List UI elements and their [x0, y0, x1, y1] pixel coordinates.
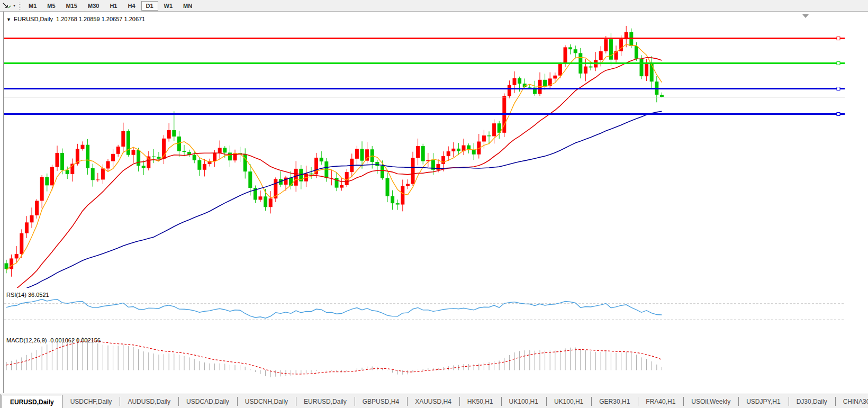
candle-body [116, 147, 120, 154]
candle-body [50, 167, 54, 186]
macd-signal-line [6, 341, 662, 374]
chart-shift-marker[interactable] [802, 14, 809, 18]
candle-body [421, 146, 425, 161]
candle-body [81, 145, 85, 149]
mt4-window: ▾ M1M5M15M30H1H4D1W1MN ▼EURUSD,Daily 1.2… [0, 0, 868, 408]
candle-body [152, 157, 156, 157]
candle-body [568, 47, 572, 49]
candle-body [558, 64, 562, 76]
candle-body [543, 80, 547, 86]
macd-label: MACD(12,26,9) -0.001062 0.002156 [6, 337, 101, 343]
candle-body [223, 148, 227, 152]
candle-body [360, 149, 364, 160]
candle-body [197, 160, 201, 170]
candle-body [111, 154, 115, 161]
candle-body [56, 153, 59, 167]
candle-body [91, 168, 95, 180]
candle-body [635, 46, 638, 59]
candle-body [294, 169, 298, 186]
candle-body [406, 184, 410, 186]
chart-ohlc-values: 1.20768 1.20859 1.20657 1.20671 [56, 16, 145, 22]
candle-body [30, 215, 34, 222]
candle-body [375, 162, 379, 166]
candle-body [324, 161, 328, 178]
candle-body [121, 131, 125, 147]
tabs-host: EURUSD,DailyUSDCHF,DailyAUDUSD,DailyUSDC… [2, 394, 868, 408]
candle-body [411, 158, 415, 184]
candle-body [183, 151, 186, 152]
candle-body [35, 201, 39, 215]
chart-symbol-period: EURUSD,Daily [14, 16, 53, 22]
candle-body [40, 177, 44, 201]
chart-collapse-icon[interactable]: ▼ [6, 17, 11, 22]
candle-body [106, 161, 110, 169]
candle-body [45, 177, 49, 186]
chart-tab-eurusd-daily[interactable]: EURUSD,Daily [296, 394, 355, 408]
chart-tab-china300-h1[interactable]: CHINA300,H1 [835, 394, 868, 408]
chart-tab-bar: EURUSD,DailyUSDCHF,DailyAUDUSD,DailyUSDC… [0, 394, 868, 408]
candle-body [20, 233, 23, 254]
line-handle[interactable] [837, 113, 840, 116]
chart-tab-uk100-h1[interactable]: UK100,H1 [501, 394, 546, 408]
candle-body [487, 135, 491, 136]
candle-body [365, 149, 369, 160]
candle-body [416, 146, 420, 158]
chart-tab-gbpusd-h4[interactable]: GBPUSD,H4 [355, 394, 407, 408]
chart-tab-eurusd-daily[interactable]: EURUSD,Daily [2, 395, 62, 408]
chart-tab-uk100-h1[interactable]: UK100,H1 [546, 394, 591, 408]
candle-body [5, 263, 8, 269]
chart-tab-fra40-h1[interactable]: FRA40,H1 [638, 394, 683, 408]
candle-body [10, 258, 13, 269]
chart-tab-usdjpy-h1[interactable]: USDJPY,H1 [738, 394, 788, 408]
chart-tab-usdcad-daily[interactable]: USDCAD,Daily [178, 394, 237, 408]
candle-body [86, 145, 89, 168]
main-price-pane[interactable] [4, 26, 845, 294]
macd-pane[interactable] [6, 337, 662, 377]
rsi-line [6, 300, 662, 319]
candle-body [441, 156, 445, 164]
line-handle[interactable] [837, 87, 840, 90]
candle-body [218, 148, 222, 153]
candle-body [137, 150, 140, 166]
candle-body [640, 59, 644, 76]
candle-body [264, 196, 267, 207]
candle-body [193, 155, 196, 160]
chart-canvas[interactable] [0, 0, 868, 408]
candle-body [355, 149, 359, 159]
candle-body [401, 186, 404, 205]
rsi-pane[interactable] [4, 300, 845, 320]
line-handle[interactable] [837, 62, 840, 65]
candle-body [451, 149, 455, 151]
candle-body [386, 178, 390, 196]
chart-tab-audusd-daily[interactable]: AUDUSD,Daily [120, 394, 178, 408]
candle-body [66, 170, 69, 174]
candle-body [101, 168, 105, 179]
chart-tab-dj30-daily[interactable]: DJ30,Daily [789, 394, 835, 408]
chart-tab-usdchf-daily[interactable]: USDCHF,Daily [62, 394, 120, 408]
candle-body [457, 149, 460, 151]
tab-bar-edge [0, 394, 1, 408]
candle-body [564, 47, 567, 64]
candle-body [213, 153, 216, 161]
candle-body [660, 95, 664, 97]
ma-60-line [6, 111, 662, 294]
candle-body [15, 254, 19, 259]
line-handle[interactable] [837, 37, 840, 40]
candle-body [584, 67, 587, 74]
chart-tab-hk50-h1[interactable]: HK50,H1 [459, 394, 501, 408]
candle-body [25, 222, 29, 233]
chart-tab-ger30-h1[interactable]: GER30,H1 [591, 394, 638, 408]
chart-tab-usdcnh-daily[interactable]: USDCNH,Daily [237, 394, 296, 408]
chart-tab-xauusd-h4[interactable]: XAUUSD,H4 [407, 394, 459, 408]
candle-body [604, 39, 608, 51]
candle-body [172, 130, 176, 137]
candle-body [508, 85, 511, 96]
candle-body [645, 62, 648, 76]
candle-body [340, 185, 343, 188]
chart-tab-usoil-weekly[interactable]: USOil,Weekly [683, 394, 738, 408]
candle-body [310, 174, 313, 174]
candle-body [248, 171, 252, 188]
candle-body [589, 67, 593, 68]
candle-body [142, 166, 146, 168]
candle-body [177, 137, 181, 151]
